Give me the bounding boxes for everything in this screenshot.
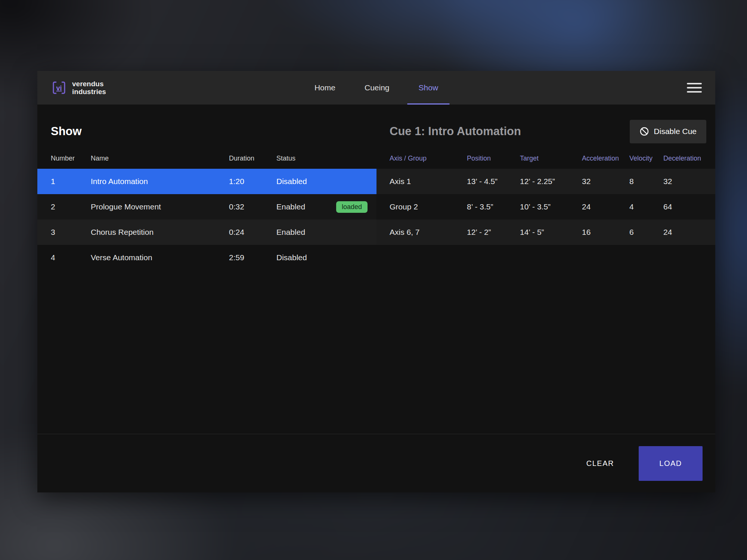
axis-row-3[interactable]: Axis 6, 7 12’ - 2” 14’ - 5” 16 6 24 <box>376 220 715 245</box>
cue-name: Chorus Repetition <box>91 228 229 237</box>
col-header-target: Target <box>520 155 582 162</box>
col-header-velocity: Velocity <box>629 155 663 162</box>
cue-name: Intro Automation <box>91 177 229 186</box>
axis-acceleration: 24 <box>582 202 629 211</box>
axis-velocity: 6 <box>629 228 663 237</box>
svg-text:vi: vi <box>56 84 62 92</box>
axis-target: 12’ - 2.25” <box>520 177 582 186</box>
hamburger-menu-icon[interactable] <box>687 82 702 93</box>
brand-name-line1: verendus <box>72 80 106 88</box>
load-button[interactable]: LOAD <box>639 446 703 481</box>
cue-status: Disabled <box>276 177 376 186</box>
axis-acceleration: 16 <box>582 228 629 237</box>
axis-group: Axis 1 <box>390 177 467 186</box>
prohibition-icon <box>639 127 649 136</box>
axis-target: 10’ - 3.5” <box>520 202 582 211</box>
cue-number: 2 <box>51 202 91 211</box>
cue-status-text: Enabled <box>276 202 305 211</box>
axis-acceleration: 32 <box>582 177 629 186</box>
app-window: vi verendus industries Home Cueing Show … <box>37 71 715 492</box>
axis-position: 13’ - 4.5” <box>467 177 520 186</box>
cue-row-2[interactable]: 2 Prologue Movement 0:32 Enabled loaded <box>37 194 376 220</box>
main-content: Show Number Name Duration Status 1 Intro… <box>37 105 715 434</box>
axis-velocity: 4 <box>629 202 663 211</box>
cue-name: Verse Automation <box>91 253 229 262</box>
nav-item-cueing[interactable]: Cueing <box>353 71 401 105</box>
cue-duration: 0:32 <box>229 202 276 211</box>
col-header-acceleration: Acceleration <box>582 155 629 162</box>
cue-row-1[interactable]: 1 Intro Automation 1:20 Disabled <box>37 169 376 194</box>
axis-position: 12’ - 2” <box>467 228 520 237</box>
cue-number: 1 <box>51 177 91 186</box>
cue-status: Disabled <box>276 253 376 262</box>
axis-deceleration: 64 <box>663 202 715 211</box>
axis-row-2[interactable]: Group 2 8’ - 3.5” 10’ - 3.5” 24 4 64 <box>376 194 715 220</box>
clear-button[interactable]: CLEAR <box>586 459 614 468</box>
nav-item-home[interactable]: Home <box>303 71 347 105</box>
brand-logo: vi verendus industries <box>51 80 106 96</box>
col-header-number: Number <box>51 155 91 162</box>
axis-group: Axis 6, 7 <box>390 228 467 237</box>
cue-row-4[interactable]: 4 Verse Automation 2:59 Disabled <box>37 245 376 270</box>
brand-name-line2: industries <box>72 88 106 96</box>
axis-deceleration: 32 <box>663 177 715 186</box>
col-header-name: Name <box>91 155 229 162</box>
axis-row-1[interactable]: Axis 1 13’ - 4.5” 12’ - 2.25” 32 8 32 <box>376 169 715 194</box>
col-header-deceleration: Deceleration <box>663 155 715 162</box>
cue-list-title: Show <box>51 125 82 138</box>
cue-detail-panel: Cue 1: Intro Automation Disable Cue Axis… <box>376 105 715 434</box>
cue-detail-body: Axis 1 13’ - 4.5” 12’ - 2.25” 32 8 32 Gr… <box>376 169 715 245</box>
cue-status: Enabled loaded <box>276 201 376 213</box>
verendus-logo-icon: vi <box>51 80 67 96</box>
axis-deceleration: 24 <box>663 228 715 237</box>
col-header-axis-group: Axis / Group <box>390 155 467 162</box>
cue-duration: 0:24 <box>229 228 276 237</box>
col-header-position: Position <box>467 155 520 162</box>
main-nav: Home Cueing Show <box>303 71 449 105</box>
cue-number: 4 <box>51 253 91 262</box>
cue-list-header-row: Number Name Duration Status <box>37 153 376 164</box>
nav-item-show[interactable]: Show <box>407 71 450 105</box>
cue-duration: 1:20 <box>229 177 276 186</box>
col-header-status: Status <box>276 155 376 162</box>
cue-detail-title: Cue 1: Intro Automation <box>390 125 521 138</box>
top-nav-bar: vi verendus industries Home Cueing Show <box>37 71 715 105</box>
cue-detail-header-row: Axis / Group Position Target Acceleratio… <box>376 153 715 164</box>
axis-target: 14’ - 5” <box>520 228 582 237</box>
action-bar: CLEAR LOAD <box>37 434 715 492</box>
cue-status: Enabled <box>276 228 376 237</box>
brand-name: verendus industries <box>72 80 106 96</box>
disable-cue-label: Disable Cue <box>654 127 697 136</box>
col-header-duration: Duration <box>229 155 276 162</box>
disable-cue-button[interactable]: Disable Cue <box>630 120 706 143</box>
cue-list-panel: Show Number Name Duration Status 1 Intro… <box>37 105 376 434</box>
cue-list-body: 1 Intro Automation 1:20 Disabled 2 Prolo… <box>37 169 376 270</box>
cue-name: Prologue Movement <box>91 202 229 211</box>
loaded-badge: loaded <box>336 201 368 213</box>
axis-position: 8’ - 3.5” <box>467 202 520 211</box>
cue-number: 3 <box>51 228 91 237</box>
axis-velocity: 8 <box>629 177 663 186</box>
axis-group: Group 2 <box>390 202 467 211</box>
cue-row-3[interactable]: 3 Chorus Repetition 0:24 Enabled <box>37 220 376 245</box>
cue-duration: 2:59 <box>229 253 276 262</box>
